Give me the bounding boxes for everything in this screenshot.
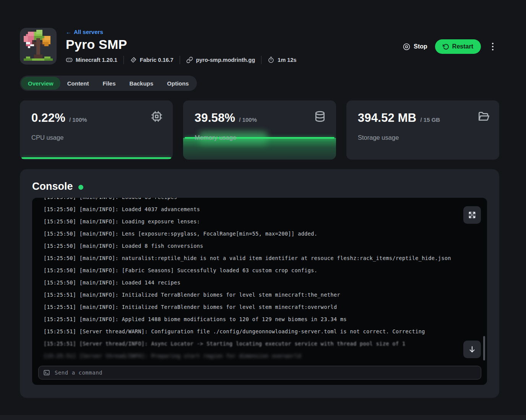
meta-loader-version: Fabric 0.16.7 [130,57,174,63]
loader-icon [130,57,137,63]
meta-loader-version-label: Fabric 0.16.7 [140,57,174,63]
folder-icon [477,110,489,124]
database-icon [314,110,326,124]
meta-game-version: Minecraft 1.20.1 [66,57,117,63]
tab-options[interactable]: Options [160,77,196,90]
stop-button[interactable]: Stop [403,43,427,51]
server-meta-row: Minecraft 1.20.1 Fabric 0.16.7 [66,56,499,64]
cpu-usage-graph [21,157,171,159]
meta-game-version-label: Minecraft 1.20.1 [76,57,117,63]
console-output[interactable]: [15:25:50] [main/INFO]: Loaded 65 recipe… [32,198,487,385]
storage-usage-label: Storage usage [358,134,399,141]
console-scroll-to-bottom-button[interactable] [463,341,481,358]
storage-usage-card: 394.52 MB / 15 GB Storage usage [346,100,499,160]
stats-row: 0.22% / 100% CPU usage 39.58% / 100% Mem… [20,100,499,160]
server-page: ← All servers Pyro SMP Minecraft 1.20.1 [20,0,499,398]
console-line: [15:25:50] [main/INFO]: Loaded 144 recip… [44,276,463,289]
tree-logo-icon [22,30,55,63]
restart-button[interactable]: Restart [435,39,481,54]
console-line: [15:25:51] [main/INFO]: Initialized Terr… [44,289,463,301]
back-to-all-servers-link[interactable]: ← All servers [66,29,103,35]
meta-uptime: 1m 12s [268,57,296,63]
cpu-usage-label: CPU usage [31,134,63,141]
server-header: ← All servers Pyro SMP Minecraft 1.20.1 [20,28,499,65]
server-actions: Stop Restart [403,39,497,54]
console-log: [15:25:50] [main/INFO]: Loaded 65 recipe… [44,198,463,362]
cpu-usage-value: 0.22% [31,111,65,125]
bottom-strip [0,415,526,420]
meta-server-address-label: pyro-smp.modrinth.gg [196,57,255,63]
back-link-label: All servers [74,29,103,35]
console-line: [15:25:50] [main/INFO]: naturalist:repti… [44,252,463,264]
cpu-usage-card: 0.22% / 100% CPU usage [20,100,173,160]
stop-button-label: Stop [414,43,427,50]
console-line: [15:25:50] [main/INFO]: Loaded 65 recipe… [44,198,463,203]
meta-server-address[interactable]: pyro-smp.modrinth.gg [186,57,255,63]
console-line: [15:25:51] [main/INFO]: Initialized Terr… [44,301,463,313]
console-line: [15:25:51] [Server thread/INFO]: Prepari… [44,350,463,362]
tab-backups[interactable]: Backups [123,77,161,90]
back-arrow-icon: ← [66,29,71,35]
timer-icon [268,57,274,63]
console-line: [15:25:51] [Server thread/INFO]: Async L… [44,338,463,350]
restart-button-label: Restart [452,43,473,50]
tab-bar: OverviewContentFilesBackupsOptions [20,76,197,91]
command-input[interactable] [38,366,481,380]
expand-icon [468,211,476,219]
link-icon [186,57,193,63]
gamepad-icon [66,57,73,63]
console-line: [15:25:51] [main/INFO]: Applied 1488 bio… [44,313,463,325]
server-icon [20,28,57,65]
tab-files[interactable]: Files [96,77,122,90]
console-header: Console [20,169,499,192]
cpu-icon [151,110,163,124]
memory-usage-value: 39.58% [195,111,235,125]
console-expand-button[interactable] [463,206,481,224]
storage-usage-value: 394.52 MB [358,111,416,125]
console-scrollbar-thumb[interactable] [483,336,485,360]
console-title: Console [32,181,73,192]
console-line: [15:25:50] [main/INFO]: [Fabric Seasons]… [44,264,463,276]
memory-usage-label: Memory usage [195,134,236,141]
cpu-usage-limit: / 100% [69,116,87,123]
memory-usage-limit: / 100% [239,116,257,123]
restart-icon [443,44,449,50]
console-line: [15:25:50] [main/INFO]: Loading exposure… [44,215,463,228]
memory-usage-card: 39.58% / 100% Memory usage [183,100,336,160]
meta-uptime-label: 1m 12s [278,57,296,63]
meta-divider [123,56,124,64]
tab-content[interactable]: Content [60,77,96,90]
kebab-icon [489,42,496,51]
console-card: Console [15:25:50] [main/INFO]: Loaded 6… [20,169,499,398]
meta-divider [180,56,180,64]
console-line: [15:25:50] [main/INFO]: Lens [exposure:s… [44,228,463,240]
more-options-button[interactable] [489,41,497,52]
console-line: [15:25:50] [main/INFO]: Loaded 4037 adva… [44,203,463,215]
console-line: [15:25:50] [main/INFO]: Loaded 8 fish co… [44,240,463,252]
meta-divider [261,56,261,64]
command-input-wrap [38,366,481,380]
down-arrow-icon [468,345,476,354]
tab-overview[interactable]: Overview [21,77,60,90]
server-online-status-dot [78,185,83,190]
storage-usage-limit: / 15 GB [420,116,440,123]
console-line: [15:25:51] [Server thread/WARN]: Configu… [44,325,463,338]
stop-icon [403,43,411,51]
